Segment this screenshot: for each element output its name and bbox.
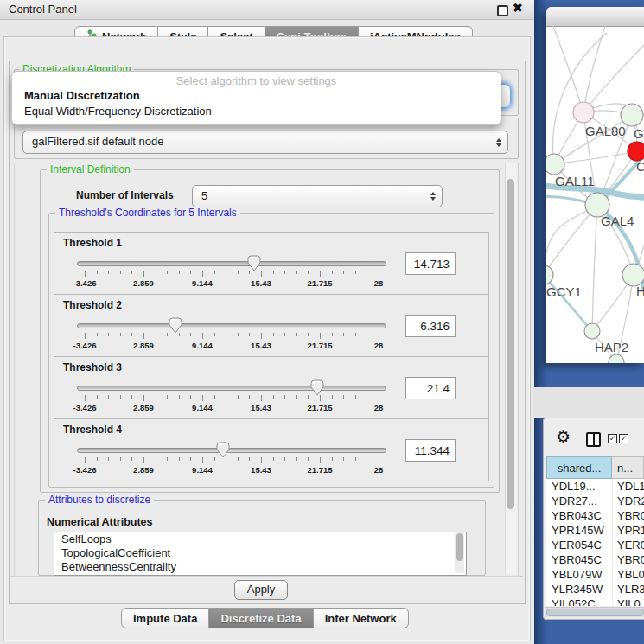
- network-node[interactable]: [628, 142, 644, 161]
- columns-icon[interactable]: [586, 432, 601, 447]
- network-window-titlebar[interactable]: [546, 7, 644, 27]
- table-cell-shared-name[interactable]: YPR145W: [546, 523, 613, 538]
- table-cell-shared-name[interactable]: YDR27...: [546, 494, 613, 508]
- threshold-value-field[interactable]: 14.713: [405, 252, 456, 275]
- slider-tick: [190, 395, 191, 399]
- vertical-scrollbar-thumb[interactable]: [507, 179, 514, 509]
- network-edge[interactable]: [583, 45, 644, 112]
- slider-track[interactable]: [77, 386, 386, 391]
- table-cell-shared-name[interactable]: YBL079W: [546, 567, 613, 582]
- network-node[interactable]: [573, 102, 594, 123]
- table-horizontal-scrollbar-thumb[interactable]: [546, 609, 644, 616]
- network-edge[interactable]: [546, 205, 597, 275]
- tab-label: Impute Data: [133, 612, 197, 625]
- network-edge-thick[interactable]: [546, 273, 592, 331]
- slider-tick: [367, 395, 367, 399]
- table-header-name[interactable]: n...: [612, 456, 644, 479]
- attribute-list-item-topologicalcoefficient[interactable]: TopologicalCoefficient: [54, 546, 466, 560]
- subtab-impute-data[interactable]: Impute Data: [121, 608, 209, 628]
- threshold-slider[interactable]: -3.4262.8599.14415.4321.71528: [77, 316, 386, 354]
- network-edge[interactable]: [554, 151, 637, 164]
- table-cell-shared-name[interactable]: YDL19...: [546, 479, 613, 494]
- attribute-list-item-betweennesscentrality[interactable]: BetweennessCentrality: [54, 560, 466, 574]
- table-row[interactable]: YER054CYER0: [546, 538, 644, 552]
- slider-tick: [156, 271, 156, 274]
- network-node[interactable]: [584, 323, 600, 339]
- table-cell-shared-name[interactable]: YBR045C: [546, 552, 613, 567]
- subtab-discretize-data[interactable]: Discretize Data: [209, 608, 313, 628]
- network-node-label-gal80: GAL80: [585, 124, 626, 138]
- checkbox-icon[interactable]: ✓: [619, 434, 628, 443]
- table-row[interactable]: YBL079WYBL0: [546, 567, 644, 582]
- table-cell-name[interactable]: YDL1: [613, 479, 644, 494]
- table-cell-name[interactable]: YBR0: [613, 552, 644, 567]
- table-row[interactable]: YBR045CYBR0: [546, 552, 644, 567]
- table-cell-shared-name[interactable]: YLR345W: [546, 582, 613, 596]
- threshold-value-field[interactable]: 6.316: [405, 315, 456, 337]
- table-cell-shared-name[interactable]: YIL052C: [546, 596, 613, 606]
- apply-button[interactable]: Apply: [234, 580, 288, 600]
- float-window-icon[interactable]: [497, 5, 508, 16]
- numerical-attributes-list[interactable]: SelfLoopsTopologicalCoefficientBetweenne…: [54, 532, 467, 576]
- table-cell-name[interactable]: YBL0: [613, 567, 644, 582]
- table-cell-name[interactable]: YLR3: [613, 582, 644, 596]
- slider-tick: [284, 395, 285, 399]
- slider-tick-label: -3.426: [66, 341, 104, 350]
- network-canvas[interactable]: GAL80GACGAL11GAL4GCY1HHAP2: [546, 26, 644, 363]
- network-edge[interactable]: [553, 26, 583, 112]
- threshold-value-field[interactable]: 11.344: [405, 439, 456, 462]
- table-header-shared-name[interactable]: shared...: [546, 456, 612, 479]
- slider-tick: [156, 457, 156, 461]
- slider-tick-label: 28: [360, 403, 398, 412]
- table-row[interactable]: YPR145WYPR1: [546, 523, 644, 538]
- slider-tick: [296, 271, 297, 274]
- table-row[interactable]: YDR27...YDR2: [546, 494, 644, 508]
- network-node[interactable]: [546, 154, 564, 175]
- threshold-slider[interactable]: -3.4262.8599.14415.4321.71528: [77, 440, 386, 478]
- slider-thumb[interactable]: [169, 317, 182, 334]
- table-row[interactable]: YDL19...YDL1: [546, 479, 644, 494]
- slider-tick: [355, 395, 356, 399]
- attribute-list-item-selfloops[interactable]: SelfLoops: [54, 532, 466, 546]
- table-cell-name[interactable]: YPR1: [613, 523, 644, 538]
- dropdown-placeholder-item[interactable]: Select algorithm to view settings: [12, 72, 501, 88]
- dropdown-item-manual-discretization[interactable]: Manual Discretization: [12, 88, 501, 104]
- network-edge[interactable]: [592, 205, 597, 331]
- table-row[interactable]: YLR345WYLR3: [546, 582, 644, 596]
- threshold-slider[interactable]: -3.4262.8599.14415.4321.71528: [77, 253, 386, 291]
- slider-track[interactable]: [77, 261, 386, 266]
- subtab-infer-network[interactable]: Infer Network: [314, 608, 409, 628]
- table-cell-name[interactable]: YER0: [613, 538, 644, 552]
- network-edge[interactable]: [554, 115, 632, 164]
- number-of-intervals-combobox[interactable]: 5: [192, 185, 443, 207]
- table-cell-name[interactable]: YBR0: [613, 508, 644, 523]
- network-node[interactable]: [546, 265, 553, 284]
- list-scrollbar-thumb[interactable]: [456, 533, 463, 561]
- close-icon[interactable]: ✖: [513, 1, 523, 15]
- table-row[interactable]: YIL052CYIL0: [546, 596, 644, 606]
- slider-tick: [379, 457, 379, 463]
- dropdown-item-equal-width-frequency-discretization[interactable]: Equal Width/Frequency Discretization: [12, 104, 501, 119]
- table-cell-shared-name[interactable]: YBR043C: [546, 508, 613, 523]
- slider-thumb[interactable]: [310, 379, 324, 396]
- table-cell-name[interactable]: YDR2: [613, 494, 644, 508]
- checkbox-icon[interactable]: ✓: [608, 434, 617, 443]
- slider-track[interactable]: [77, 323, 386, 328]
- slider-track[interactable]: [77, 448, 386, 453]
- table-cell-name[interactable]: YIL0: [613, 596, 644, 606]
- slider-thumb[interactable]: [247, 255, 261, 271]
- slider-tick-label: 9.144: [183, 278, 221, 288]
- network-edge[interactable]: [553, 33, 607, 164]
- slider-tick-label: 2.859: [124, 341, 163, 350]
- node-attribute-table[interactable]: shared... n... YDL19...YDL1YDR27...YDR2Y…: [546, 456, 644, 606]
- slider-tick: [214, 271, 215, 274]
- slider-thumb[interactable]: [216, 442, 230, 458]
- network-edge[interactable]: [546, 205, 597, 275]
- table-data-combobox[interactable]: galFiltered.sif default node: [22, 131, 508, 154]
- gear-icon[interactable]: ⚙: [556, 427, 571, 447]
- table-row[interactable]: YBR043CYBR0: [546, 508, 644, 523]
- threshold-value-field[interactable]: 21.4: [405, 377, 456, 399]
- slider-tick: [261, 333, 262, 339]
- threshold-slider[interactable]: -3.4262.8599.14415.4321.71528: [77, 378, 386, 416]
- table-cell-shared-name[interactable]: YER054C: [546, 538, 613, 552]
